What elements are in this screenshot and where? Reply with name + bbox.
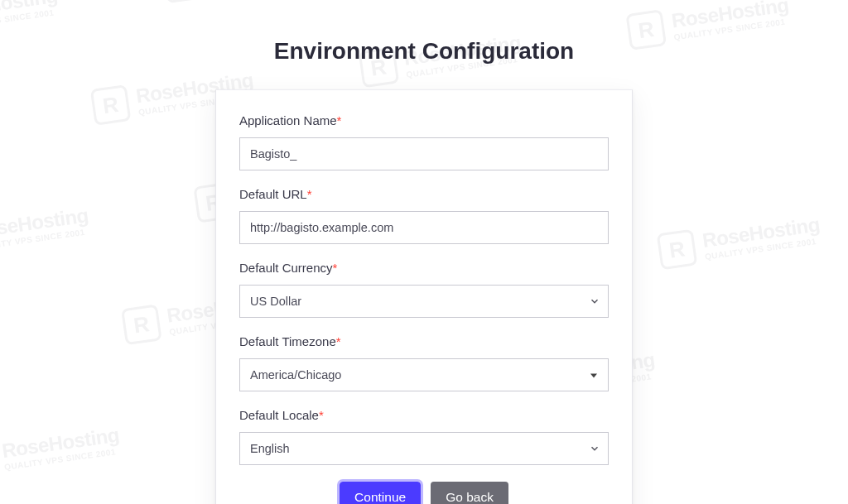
app-name-label: Application Name*: [239, 113, 609, 127]
default-timezone-select[interactable]: America/Chicago: [239, 358, 609, 391]
default-url-input[interactable]: [239, 211, 609, 244]
go-back-button[interactable]: Go back: [431, 482, 508, 504]
default-timezone-group: Default Timezone* America/Chicago: [239, 334, 609, 391]
watermark: RRoseHostingQUALITY VPS SINCE 2001: [0, 202, 91, 261]
watermark: RRoseHostingQUALITY VPS SINCE 2001: [657, 211, 823, 270]
button-row: Continue Go back: [239, 482, 609, 504]
default-url-group: Default URL*: [239, 187, 609, 244]
default-currency-select[interactable]: US Dollar: [239, 285, 609, 318]
default-locale-group: Default Locale* English: [239, 408, 609, 465]
continue-button[interactable]: Continue: [340, 482, 421, 504]
default-timezone-label: Default Timezone*: [239, 334, 609, 348]
app-name-group: Application Name*: [239, 113, 609, 170]
default-url-label: Default URL*: [239, 187, 609, 201]
default-currency-label: Default Currency*: [239, 261, 609, 275]
default-locale-label: Default Locale*: [239, 408, 609, 422]
config-form-card: Application Name* Default URL* Default C…: [215, 89, 633, 504]
default-currency-group: Default Currency* US Dollar: [239, 261, 609, 318]
default-locale-select[interactable]: English: [239, 432, 609, 465]
page-title: Environment Configuration: [0, 0, 848, 65]
watermark: RRoseHostingQUALITY VPS SINCE 2001: [0, 422, 123, 481]
app-name-input[interactable]: [239, 137, 609, 170]
